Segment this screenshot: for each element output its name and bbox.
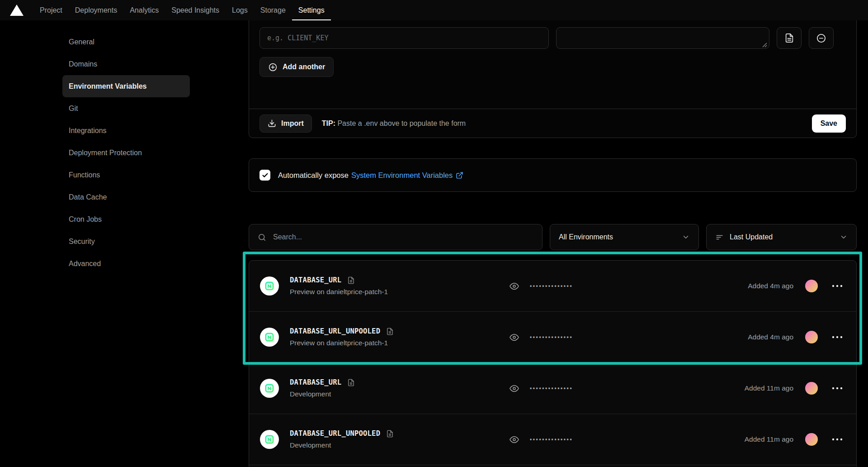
note-file-icon[interactable] — [386, 328, 394, 335]
user-avatar[interactable] — [805, 331, 818, 343]
sidebar-item-advanced[interactable]: Advanced — [62, 253, 190, 275]
neon-integration-avatar — [260, 328, 279, 347]
import-label: Import — [281, 119, 304, 128]
env-variable-name: DATABASE_URL — [290, 378, 341, 386]
minus-circle-icon — [816, 33, 826, 43]
sidebar-item-domains[interactable]: Domains — [62, 53, 190, 75]
masked-value: •••••••••••••• — [530, 334, 573, 340]
note-file-icon[interactable] — [347, 276, 355, 284]
user-avatar[interactable] — [805, 280, 818, 292]
neon-logo-icon — [264, 434, 275, 445]
env-tip-text: TIP: Paste a .env above to populate the … — [322, 119, 466, 128]
form-footer: Import TIP: Paste a .env above to popula… — [249, 109, 856, 138]
environment-filter-value: All Environments — [559, 233, 613, 241]
sidebar-item-cron-jobs[interactable]: Cron Jobs — [62, 208, 190, 230]
nav-tab-deployments[interactable]: Deployments — [69, 0, 123, 20]
eye-icon[interactable] — [509, 434, 519, 445]
sidebar-item-deployment-protection[interactable]: Deployment Protection — [62, 142, 190, 164]
expose-label: Automatically expose System Environment … — [278, 171, 463, 180]
env-filter-row: All Environments Last Updated — [249, 224, 857, 250]
nav-tab-storage[interactable]: Storage — [254, 0, 292, 20]
file-icon — [784, 33, 794, 43]
neon-logo-icon — [264, 332, 275, 343]
sidebar-item-git[interactable]: Git — [62, 97, 190, 119]
env-variable-info: DATABASE_URL_UNPOOLED Preview on danielt… — [290, 327, 509, 347]
add-another-label: Add another — [283, 63, 325, 71]
env-variable-target: Preview on danieltprice-patch-1 — [290, 288, 509, 296]
save-button[interactable]: Save — [812, 114, 846, 133]
masked-value: •••••••••••••• — [530, 436, 573, 443]
sidebar-item-security[interactable]: Security — [62, 230, 190, 253]
masked-value: •••••••••••••• — [530, 385, 573, 391]
paste-file-button[interactable] — [777, 27, 802, 49]
env-variable-value: •••••••••••••• — [509, 332, 573, 343]
nav-tab-settings[interactable]: Settings — [292, 0, 331, 20]
top-nav: Project Deployments Analytics Speed Insi… — [0, 0, 868, 20]
env-variable-name: DATABASE_URL_UNPOOLED — [290, 327, 380, 335]
sidebar-item-environment-variables[interactable]: Environment Variables — [62, 75, 190, 97]
neon-integration-avatar — [260, 379, 279, 398]
masked-value: •••••••••••••• — [530, 283, 573, 289]
vercel-logo[interactable] — [10, 0, 24, 20]
user-avatar[interactable] — [805, 382, 818, 395]
search-box[interactable] — [249, 224, 542, 250]
environment-filter-dropdown[interactable]: All Environments — [550, 224, 699, 250]
env-variable-row: DATABASE_URL_UNPOOLED Development — [249, 414, 856, 465]
system-env-variables-link[interactable]: System Environment Variables — [351, 171, 463, 180]
external-link-icon — [456, 172, 463, 179]
import-button[interactable]: Import — [259, 114, 312, 133]
added-timestamp: Added 4m ago — [748, 333, 793, 341]
nav-tab-project[interactable]: Project — [33, 0, 69, 20]
user-avatar[interactable] — [805, 433, 818, 446]
row-actions-menu-button[interactable] — [829, 384, 845, 392]
expose-checkbox[interactable] — [259, 170, 270, 181]
nav-tab-analytics[interactable]: Analytics — [123, 0, 165, 20]
env-variables-table: DATABASE_URL Preview on danieltprice-pat… — [249, 260, 857, 467]
neon-logo-icon — [264, 281, 275, 291]
env-variable-info: DATABASE_URL_UNPOOLED Development — [290, 429, 509, 449]
env-variable-row-partial — [249, 465, 856, 467]
checkmark-icon — [262, 172, 269, 179]
plus-circle-icon — [268, 62, 278, 72]
note-file-icon[interactable] — [386, 430, 394, 438]
env-variable-value: •••••••••••••• — [509, 383, 573, 394]
env-variable-row: DATABASE_URL Preview on danieltprice-pat… — [249, 261, 856, 312]
row-actions-menu-button[interactable] — [829, 282, 845, 290]
env-key-input[interactable] — [259, 27, 549, 49]
nav-tab-speed-insights[interactable]: Speed Insights — [165, 0, 226, 20]
env-variable-value: •••••••••••••• — [509, 281, 573, 291]
sort-lines-icon — [715, 233, 724, 242]
sidebar-item-general[interactable]: General — [62, 31, 190, 53]
sort-value: Last Updated — [730, 233, 773, 241]
sidebar-item-functions[interactable]: Functions — [62, 164, 190, 186]
ellipsis-icon — [832, 387, 843, 390]
note-file-icon[interactable] — [347, 379, 355, 386]
eye-icon[interactable] — [509, 332, 519, 343]
env-variable-row: DATABASE_URL_UNPOOLED Preview on danielt… — [249, 312, 856, 363]
remove-row-button[interactable] — [809, 27, 834, 49]
env-value-textarea[interactable] — [556, 27, 769, 49]
chevron-down-icon — [682, 233, 690, 241]
row-actions-menu-button[interactable] — [829, 435, 845, 443]
sidebar-item-data-cache[interactable]: Data Cache — [62, 186, 190, 208]
add-another-button[interactable]: Add another — [259, 57, 334, 77]
neon-logo-icon — [264, 383, 275, 394]
sort-dropdown[interactable]: Last Updated — [706, 224, 857, 250]
env-var-form-card: Add another Import TIP: Paste a .env abo… — [249, 20, 857, 138]
environment-variables-panel: Add another Import TIP: Paste a .env abo… — [249, 20, 857, 467]
neon-integration-avatar — [260, 430, 279, 449]
ellipsis-icon — [832, 438, 843, 441]
eye-icon[interactable] — [509, 281, 519, 291]
nav-tab-logs[interactable]: Logs — [226, 0, 254, 20]
sidebar-item-integrations[interactable]: Integrations — [62, 119, 190, 142]
env-variable-info: DATABASE_URL Development — [290, 378, 509, 398]
resize-grip-icon[interactable] — [762, 43, 767, 48]
row-actions-menu-button[interactable] — [829, 333, 845, 341]
ellipsis-icon — [832, 336, 843, 338]
settings-sidebar: General Domains Environment Variables Gi… — [0, 20, 240, 275]
search-input[interactable] — [273, 233, 533, 241]
eye-icon[interactable] — [509, 383, 519, 394]
vercel-triangle-icon — [10, 5, 24, 16]
env-variable-name: DATABASE_URL — [290, 276, 341, 284]
system-env-expose-card: Automatically expose System Environment … — [249, 158, 857, 192]
